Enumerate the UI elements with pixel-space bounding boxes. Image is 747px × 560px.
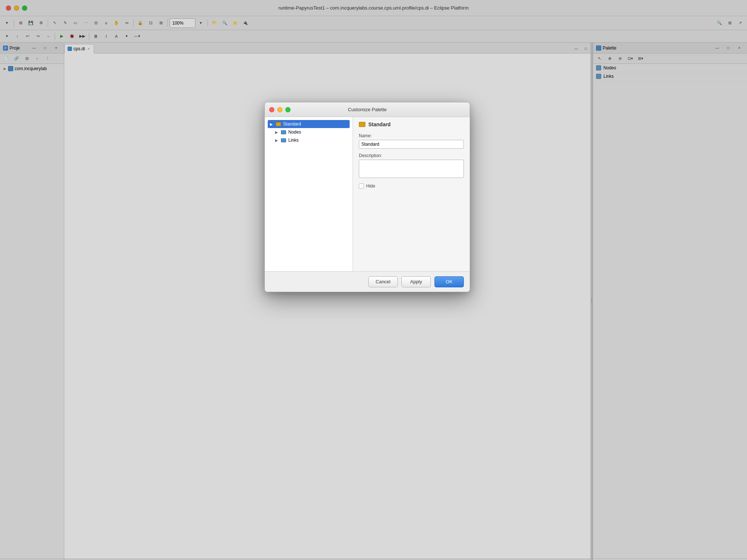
description-label: Description: bbox=[359, 153, 464, 158]
links-tree-arrow: ▶ bbox=[275, 138, 279, 142]
name-input[interactable] bbox=[359, 140, 464, 149]
name-label: Name: bbox=[359, 133, 464, 138]
dialog-tree-nodes-label: Nodes bbox=[288, 130, 301, 135]
dialog-form-panel: Standard Name: Description: Hide bbox=[353, 117, 470, 271]
description-textarea[interactable] bbox=[359, 160, 464, 178]
hide-label: Hide bbox=[366, 183, 375, 189]
dialog-tree-standard-label: Standard bbox=[283, 121, 301, 127]
dialog-window-controls bbox=[269, 107, 290, 112]
dialog-tree-links-label: Links bbox=[288, 138, 299, 143]
name-field: Name: bbox=[359, 133, 464, 149]
form-header-title: Standard bbox=[368, 121, 391, 127]
customize-palette-dialog: Customize Palette ▶ Standard ▶ Nodes bbox=[264, 102, 470, 292]
dialog-tree-standard[interactable]: ▶ Standard bbox=[268, 120, 350, 128]
dialog-overlay: Customize Palette ▶ Standard ▶ Nodes bbox=[0, 0, 747, 560]
apply-button[interactable]: Apply bbox=[401, 276, 431, 287]
dialog-max-btn[interactable] bbox=[285, 107, 290, 112]
dialog-tree-links[interactable]: ▶ Links bbox=[268, 136, 350, 144]
tree-expand-arrow: ▶ bbox=[270, 122, 274, 126]
ok-button[interactable]: OK bbox=[434, 276, 464, 287]
dialog-min-btn[interactable] bbox=[277, 107, 282, 112]
description-field: Description: bbox=[359, 153, 464, 179]
nodes-tree-arrow: ▶ bbox=[275, 130, 279, 134]
dialog-title-bar: Customize Palette bbox=[265, 102, 470, 117]
cancel-button[interactable]: Cancel bbox=[368, 276, 398, 287]
hide-checkbox-row: Hide bbox=[359, 183, 464, 189]
dialog-title-text: Customize Palette bbox=[348, 107, 387, 112]
dialog-content: ▶ Standard ▶ Nodes ▶ Links bbox=[265, 117, 470, 271]
dialog-tree-panel: ▶ Standard ▶ Nodes ▶ Links bbox=[265, 117, 353, 271]
dialog-tree-nodes[interactable]: ▶ Nodes bbox=[268, 128, 350, 136]
dialog-close-btn[interactable] bbox=[269, 107, 274, 112]
form-header: Standard bbox=[359, 121, 464, 127]
dialog-buttons: Cancel Apply OK bbox=[265, 271, 470, 292]
hide-checkbox[interactable] bbox=[359, 183, 364, 189]
